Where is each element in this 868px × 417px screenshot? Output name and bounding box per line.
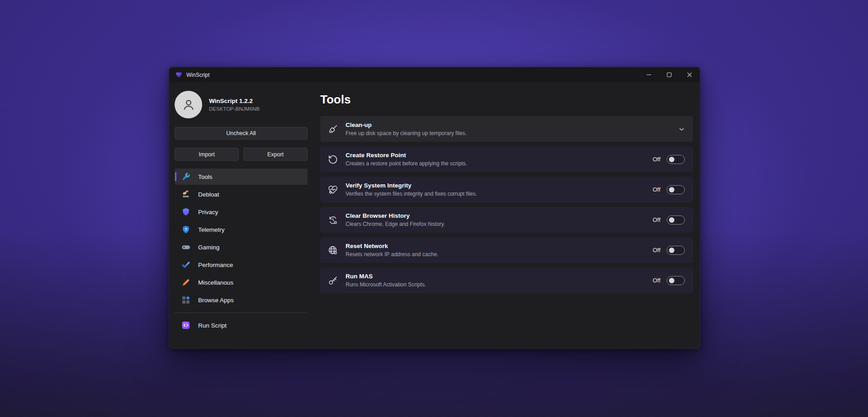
person-icon — [181, 97, 196, 112]
card-create-restore-point: Create Restore Point Creates a restore p… — [320, 146, 693, 172]
sidebar-item-label: Tools — [198, 173, 213, 180]
desktop-background: WinScript — [0, 0, 868, 417]
sidebar-item-tools[interactable]: Tools — [175, 169, 308, 185]
globe-reset-icon — [327, 245, 338, 256]
uncheck-all-button[interactable]: Uncheck All — [175, 127, 308, 140]
toggle-switch[interactable] — [667, 155, 685, 164]
sidebar-item-miscellanous[interactable]: Miscellanous — [175, 274, 308, 290]
toggle-knob — [669, 187, 674, 192]
card-title: Create Restore Point — [346, 152, 467, 159]
sidebar-item-label: Telemetry — [198, 226, 225, 233]
broom-outline-icon — [327, 124, 338, 135]
minimize-icon — [646, 72, 651, 77]
shield-question-icon: ? — [181, 225, 190, 234]
toggle-state-label: Off — [653, 277, 660, 284]
toggle-state-label: Off — [653, 247, 660, 253]
sidebar-item-label: Run Script — [198, 322, 227, 329]
code-brackets-icon — [181, 321, 190, 330]
chevron-down-icon[interactable] — [678, 126, 685, 132]
export-button[interactable]: Export — [243, 148, 308, 161]
card-title: Clear Browser History — [346, 212, 445, 219]
main-content: Tools Clean-up Free — [308, 82, 700, 349]
card-title: Clean-up — [346, 122, 466, 128]
minimize-button[interactable] — [639, 67, 659, 82]
history-clear-icon — [327, 215, 338, 225]
card-clean-up[interactable]: Clean-up Free up disk space by cleaning … — [320, 116, 693, 142]
sidebar-item-browse-apps[interactable]: Browse Apps — [175, 292, 308, 308]
winscript-window: WinScript — [169, 67, 700, 349]
sidebar-item-label: Browse Apps — [198, 297, 234, 304]
toggle-knob — [669, 278, 674, 283]
sidebar-item-label: Debloat — [198, 191, 219, 198]
toggle-state-label: Off — [653, 216, 660, 223]
close-button[interactable] — [679, 67, 700, 82]
heart-pulse-check-icon — [327, 184, 338, 195]
card-title: Reset Network — [346, 243, 438, 249]
toggle-knob — [669, 248, 674, 253]
card-description: Clears Chrome, Edge and Firefox history. — [346, 221, 445, 227]
avatar — [175, 91, 202, 118]
sidebar-item-label: Privacy — [198, 209, 218, 216]
card-description: Creates a restore point before applying … — [346, 160, 467, 167]
toggle-knob — [669, 157, 674, 162]
sidebar-divider — [175, 313, 308, 313]
tools-list: Clean-up Free up disk space by cleaning … — [320, 116, 693, 293]
card-description: Resets network IP address and cache. — [346, 251, 438, 258]
sidebar: WinScript 1.2.2 DESKTOP-BNJM6NB Uncheck … — [169, 82, 308, 349]
sidebar-item-label: Miscellanous — [198, 279, 233, 286]
card-description: Free up disk space by cleaning up tempor… — [346, 130, 466, 136]
card-run-mas: Run MAS Runs Microsoft Activation Script… — [320, 267, 693, 293]
toggle-switch[interactable] — [667, 276, 685, 285]
toggle-switch[interactable] — [667, 246, 685, 255]
double-check-icon — [181, 260, 190, 269]
card-clear-browser-history: Clear Browser History Clears Chrome, Edg… — [320, 207, 693, 233]
card-description: Runs Microsoft Activation Scripts. — [346, 281, 426, 288]
toggle-switch[interactable] — [667, 185, 685, 194]
app-heart-icon — [175, 71, 182, 78]
restore-arrow-icon — [327, 154, 338, 165]
window-title: WinScript — [186, 72, 209, 78]
import-button[interactable]: Import — [175, 148, 239, 161]
sidebar-item-gaming[interactable]: Gaming — [175, 239, 308, 255]
app-version-label: WinScript 1.2.2 — [209, 98, 260, 104]
pencil-icon — [181, 278, 190, 287]
svg-text:?: ? — [185, 227, 187, 232]
sidebar-item-telemetry[interactable]: ? Telemetry — [175, 221, 308, 238]
shield-icon — [181, 207, 190, 216]
card-verify-system-integrity: Verify System Integrity Verifies the sys… — [320, 177, 693, 202]
wrench-icon — [181, 172, 190, 181]
toggle-switch[interactable] — [667, 216, 685, 225]
page-title: Tools — [320, 93, 693, 107]
sidebar-item-label: Performance — [198, 262, 233, 268]
toggle-knob — [669, 217, 674, 223]
device-name-label: DESKTOP-BNJM6NB — [209, 106, 260, 112]
sidebar-nav: Tools — [175, 169, 308, 308]
card-reset-network: Reset Network Resets network IP address … — [320, 237, 693, 263]
key-icon — [327, 275, 338, 286]
broom-gold-icon — [181, 190, 190, 199]
titlebar: WinScript — [169, 67, 700, 82]
close-icon — [687, 72, 692, 77]
card-title: Run MAS — [346, 273, 426, 280]
sidebar-item-label: Gaming — [198, 244, 219, 251]
card-description: Verifies the system files integrity and … — [346, 191, 477, 197]
selected-accent-bar — [175, 172, 176, 181]
maximize-icon — [667, 72, 672, 77]
toggle-state-label: Off — [653, 156, 660, 163]
sidebar-item-run-script[interactable]: Run Script — [175, 317, 308, 333]
profile-section: WinScript 1.2.2 DESKTOP-BNJM6NB — [175, 91, 308, 118]
card-title: Verify System Integrity — [346, 182, 477, 189]
sidebar-item-privacy[interactable]: Privacy — [175, 204, 308, 220]
maximize-button[interactable] — [659, 67, 679, 82]
sidebar-item-performance[interactable]: Performance — [175, 257, 308, 273]
apps-icon — [181, 295, 190, 305]
gamepad-icon — [181, 243, 190, 252]
toggle-state-label: Off — [653, 186, 660, 193]
sidebar-item-debloat[interactable]: Debloat — [175, 186, 308, 202]
